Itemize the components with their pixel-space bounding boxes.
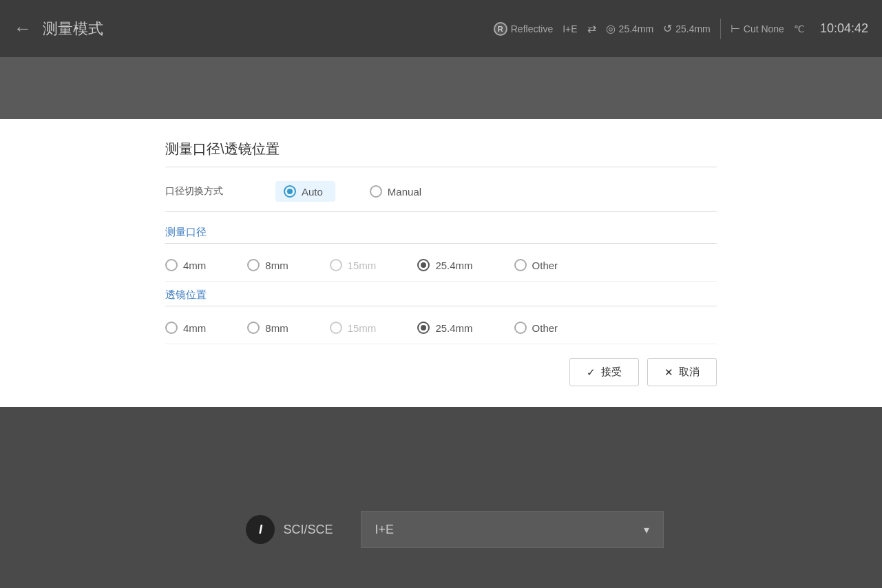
cut-icon: ⊢ xyxy=(731,22,740,35)
lens-other-label: Other xyxy=(532,322,558,334)
sci-sce-section: I SCI/SCE xyxy=(218,515,360,544)
aperture-25mm-label: 25.4mm xyxy=(435,260,472,271)
clock: 10:04:42 xyxy=(820,21,868,36)
aperture-switch-row: 口径切换方式 Auto Manual xyxy=(165,181,717,212)
aperture-8mm-radio[interactable] xyxy=(247,259,260,271)
lens-other-radio[interactable] xyxy=(514,322,527,334)
lens-15mm-label: 15mm xyxy=(348,322,377,334)
x-icon: ✕ xyxy=(664,366,673,379)
lens-4mm-radio[interactable] xyxy=(165,322,178,334)
status-bar: R Reflective I+E ⇄ ◎ 25.4mm ↺ 25.4mm ⊢ C… xyxy=(494,19,868,39)
auto-radio[interactable] xyxy=(284,185,296,198)
lens-8mm-label: 8mm xyxy=(265,322,288,334)
lens-other-option[interactable]: Other xyxy=(514,322,558,334)
accept-button[interactable]: ✓ 接受 xyxy=(569,358,639,386)
main-content: 测量口径\透镜位置 口径切换方式 Auto Manual 测量口径 4mm xyxy=(0,119,882,407)
measurement-aperture-section: 测量口径 4mm 8mm 15mm 25.4mm xyxy=(165,226,717,282)
middle-band xyxy=(0,57,882,119)
aperture-4mm-option[interactable]: 4mm xyxy=(165,259,206,271)
aperture-4mm-label: 4mm xyxy=(183,260,206,271)
aperture-15mm-label: 15mm xyxy=(348,260,377,271)
manual-label: Manual xyxy=(388,186,421,198)
cut-status: ⊢ Cut None xyxy=(731,22,784,35)
aperture-other-option[interactable]: Other xyxy=(514,259,558,271)
back-button[interactable]: ← xyxy=(14,18,32,39)
lens-position-title: 透镜位置 xyxy=(165,288,717,306)
divider xyxy=(720,19,721,39)
lens-25mm-radio[interactable] xyxy=(417,322,430,334)
aperture-other-label: Other xyxy=(532,260,558,271)
checkmark-icon: ✓ xyxy=(587,366,596,379)
manual-radio[interactable] xyxy=(370,185,382,198)
page-title: 测量模式 xyxy=(43,19,103,39)
aperture2-value: 25.4mm xyxy=(675,23,711,34)
aperture-4mm-radio[interactable] xyxy=(165,259,178,271)
lens-4mm-label: 4mm xyxy=(183,322,206,334)
cancel-button[interactable]: ✕ 取消 xyxy=(647,358,717,386)
mode-label: I+E xyxy=(563,23,577,34)
lens-options-row: 4mm 8mm 15mm 25.4mm Other xyxy=(165,312,717,344)
aperture-15mm-option[interactable]: 15mm xyxy=(330,259,377,271)
aperture1-value: 25.4mm xyxy=(619,23,654,34)
lens-4mm-option[interactable]: 4mm xyxy=(165,322,206,334)
lens-25mm-option[interactable]: 25.4mm xyxy=(417,322,472,334)
reflective-status: R Reflective xyxy=(494,22,553,36)
aperture-8mm-option[interactable]: 8mm xyxy=(247,259,288,271)
topbar: ← 测量模式 R Reflective I+E ⇄ ◎ 25.4mm ↺ 25.… xyxy=(0,0,882,57)
aperture-25mm-radio[interactable] xyxy=(417,259,430,271)
manual-option[interactable]: Manual xyxy=(370,185,421,198)
mode-status: I+E xyxy=(563,23,577,34)
reflective-label: Reflective xyxy=(511,23,553,34)
bottom-bar: I SCI/SCE I+E ▾ xyxy=(0,471,882,588)
aperture-switch-group: Auto Manual xyxy=(275,181,421,202)
aperture2-status: ↺ 25.4mm xyxy=(663,22,711,35)
temp-symbol: ℃ xyxy=(794,23,805,34)
dropdown-arrow-icon: ▾ xyxy=(644,523,649,536)
temp-status: ℃ xyxy=(794,23,805,34)
lens-position-section: 透镜位置 4mm 8mm 15mm 25.4mm xyxy=(165,288,717,344)
mode-selector[interactable]: I+E ▾ xyxy=(361,511,664,548)
button-row: ✓ 接受 ✕ 取消 xyxy=(165,358,717,386)
auto-label: Auto xyxy=(302,186,323,198)
aperture-25mm-option[interactable]: 25.4mm xyxy=(417,259,472,271)
reflective-icon: R xyxy=(494,22,507,36)
auto-option[interactable]: Auto xyxy=(275,181,335,202)
aperture-15mm-radio[interactable] xyxy=(330,259,342,271)
accept-label: 接受 xyxy=(601,366,622,379)
measurement-aperture-title: 测量口径 xyxy=(165,226,717,244)
lens-15mm-radio[interactable] xyxy=(330,322,342,334)
sci-sce-icon: I xyxy=(246,515,275,544)
cancel-label: 取消 xyxy=(679,366,700,379)
lens-25mm-label: 25.4mm xyxy=(435,322,472,334)
lens-15mm-option[interactable]: 15mm xyxy=(330,322,377,334)
sci-sce-label: SCI/SCE xyxy=(283,523,333,537)
aperture1-status: ◎ 25.4mm xyxy=(606,22,654,35)
usb-icon-item: ⇄ xyxy=(587,22,596,35)
aperture-8mm-label: 8mm xyxy=(265,260,288,271)
aperture-other-radio[interactable] xyxy=(514,259,527,271)
usb-icon: ⇄ xyxy=(587,22,596,35)
mode-selector-value: I+E xyxy=(375,523,395,537)
aperture-switch-label: 口径切换方式 xyxy=(165,185,275,198)
dialog-title: 测量口径\透镜位置 xyxy=(165,140,717,167)
cut-label: Cut None xyxy=(744,23,784,34)
lens-8mm-option[interactable]: 8mm xyxy=(247,322,288,334)
aperture-options-row: 4mm 8mm 15mm 25.4mm Other xyxy=(165,249,717,282)
lens-8mm-radio[interactable] xyxy=(247,322,260,334)
